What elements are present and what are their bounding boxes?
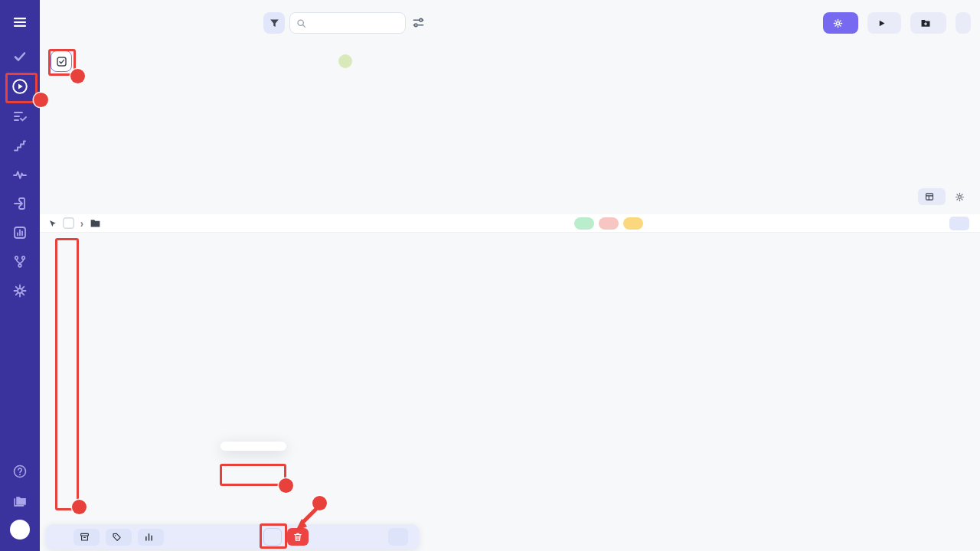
selection-action-bar xyxy=(46,524,419,549)
labels-button[interactable] xyxy=(106,529,132,546)
cursor-icon xyxy=(47,219,57,228)
sidebar-item-test-plans[interactable] xyxy=(0,107,40,126)
other-count xyxy=(623,217,643,230)
delete-button[interactable] xyxy=(287,528,309,546)
breadcrumb xyxy=(69,15,77,29)
group-result-counts xyxy=(574,217,643,230)
play-icon xyxy=(877,19,886,28)
context-menu xyxy=(220,442,286,451)
sidebar-item-import[interactable] xyxy=(0,194,40,213)
checkbox-icon xyxy=(55,55,68,68)
manual-run-button[interactable] xyxy=(867,12,901,34)
runs-chart xyxy=(82,70,970,178)
sidebar-item-runs[interactable] xyxy=(0,77,40,96)
archive-button[interactable] xyxy=(74,529,100,546)
filter-button[interactable] xyxy=(263,12,285,34)
group-row[interactable]: › xyxy=(40,214,980,233)
sidebar-item-integrations[interactable] xyxy=(0,253,40,271)
workspace-logo[interactable] xyxy=(10,520,30,540)
new-group-button[interactable] xyxy=(910,12,946,34)
table-toolbar xyxy=(918,188,968,205)
projects-icon[interactable] xyxy=(0,491,40,510)
sidebar-item-milestones[interactable] xyxy=(0,136,40,155)
sidebar-item-pulse[interactable] xyxy=(0,165,40,184)
main-content: › xyxy=(40,0,980,551)
group-more-button[interactable] xyxy=(949,217,969,230)
chart-canvas xyxy=(82,70,970,173)
search-input[interactable] xyxy=(311,18,395,28)
chevron-right-icon[interactable]: › xyxy=(80,217,83,230)
header-actions xyxy=(823,12,971,34)
bar-chart-icon xyxy=(144,532,154,542)
gear-icon xyxy=(955,192,965,202)
sidebar-item-settings[interactable] xyxy=(0,282,40,300)
archive-icon xyxy=(80,532,90,542)
gear-icon xyxy=(833,18,843,28)
menu-icon[interactable] xyxy=(0,13,40,31)
table-settings-button[interactable] xyxy=(951,188,968,205)
sidebar xyxy=(0,0,40,551)
folder-plus-icon xyxy=(920,18,931,28)
compare-button[interactable] xyxy=(138,529,164,546)
report-automated-tests-button[interactable] xyxy=(823,12,858,34)
top-bar xyxy=(40,0,980,46)
close-selection-button[interactable] xyxy=(388,528,408,546)
folder-icon xyxy=(90,217,101,229)
custom-view-button[interactable] xyxy=(918,188,946,205)
tag-filter[interactable] xyxy=(338,54,352,67)
tag-icon xyxy=(112,532,122,542)
search-icon xyxy=(296,18,306,28)
funnel-icon xyxy=(269,18,280,29)
trash-icon xyxy=(293,532,302,542)
sidebar-item-analytics[interactable] xyxy=(0,223,40,242)
header-more-button[interactable] xyxy=(956,12,971,34)
failed-count xyxy=(599,217,619,230)
sidebar-item-tests[interactable] xyxy=(0,47,40,66)
search-box[interactable] xyxy=(289,12,406,34)
select-mode-button[interactable] xyxy=(51,51,72,72)
table-icon xyxy=(925,192,934,201)
adjustments-icon[interactable] xyxy=(412,16,425,32)
selection-more-button[interactable] xyxy=(263,528,282,546)
help-icon[interactable] xyxy=(0,462,40,481)
tag-filter-label xyxy=(338,54,352,68)
breadcrumb-separator xyxy=(69,15,77,28)
group-checkbox[interactable] xyxy=(63,217,74,229)
app-root: › xyxy=(0,0,980,551)
passed-count xyxy=(574,217,594,230)
